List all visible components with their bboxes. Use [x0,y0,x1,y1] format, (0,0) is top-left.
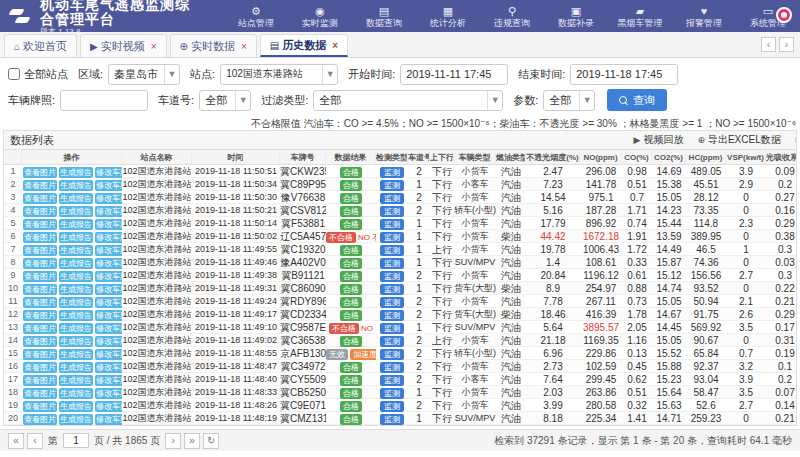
detect-type-button[interactable]: 监测 [380,388,404,399]
generate-report-button[interactable]: 生成报告 [59,362,93,373]
edit-plate-button[interactable]: 修改车牌 [95,401,122,412]
close-icon[interactable]: × [332,40,338,51]
edit-plate-button[interactable]: 修改车牌 [95,232,122,243]
edit-plate-button[interactable]: 修改车牌 [95,349,122,360]
edit-plate-button[interactable]: 修改车牌 [95,167,122,178]
view-image-button[interactable]: 查看图片 [23,388,57,399]
close-icon[interactable]: × [241,41,247,52]
filter-type-select[interactable]: 全部▼ [313,90,503,111]
edit-plate-button[interactable]: 修改车牌 [95,323,122,334]
view-image-button[interactable]: 查看图片 [23,180,57,191]
tabs-scroll-right-icon[interactable]: › [779,37,794,52]
nav-item-黑烟车管理[interactable]: ▰黑烟车管理 [608,5,672,28]
generate-report-button[interactable]: 生成报告 [59,284,93,295]
generate-report-button[interactable]: 生成报告 [59,180,93,191]
view-image-button[interactable]: 查看图片 [23,375,57,386]
view-image-button[interactable]: 查看图片 [23,284,57,295]
generate-report-button[interactable]: 生成报告 [59,375,93,386]
generate-report-button[interactable]: 生成报告 [59,219,93,230]
nav-item-违规查询[interactable]: ⚲违规查询 [480,5,544,28]
tab-实时数据[interactable]: ⊕实时数据× [170,34,257,57]
lane-select[interactable]: 全部▼ [199,90,251,111]
edit-plate-button[interactable]: 修改车牌 [95,297,122,308]
view-image-button[interactable]: 查看图片 [23,362,57,373]
view-image-button[interactable]: 查看图片 [23,232,57,243]
generate-report-button[interactable]: 生成报告 [59,349,93,360]
nav-item-报警管理[interactable]: ♥报警管理 [672,5,736,28]
region-select[interactable]: 秦皇岛市▼ [108,64,180,85]
edit-plate-button[interactable]: 修改车牌 [95,388,122,399]
nav-item-站点管理[interactable]: ⚙站点管理 [224,5,288,28]
view-image-button[interactable]: 查看图片 [23,167,57,178]
video-playback-button[interactable]: ▶ 视频回放 [633,133,683,147]
generate-report-button[interactable]: 生成报告 [59,193,93,204]
detect-type-button[interactable]: 监测 [380,414,404,425]
generate-report-button[interactable]: 生成报告 [59,388,93,399]
view-image-button[interactable]: 查看图片 [23,310,57,321]
first-page-button[interactable]: « [8,433,24,449]
view-image-button[interactable]: 查看图片 [23,414,57,425]
param-select[interactable]: 全部▼ [543,90,595,111]
view-image-button[interactable]: 查看图片 [23,271,57,282]
plate-input[interactable] [60,90,148,111]
generate-report-button[interactable]: 生成报告 [59,245,93,256]
edit-plate-button[interactable]: 修改车牌 [95,336,122,347]
view-image-button[interactable]: 查看图片 [23,258,57,269]
view-image-button[interactable]: 查看图片 [23,206,57,217]
nav-item-统计分析[interactable]: ▦统计分析 [416,5,480,28]
detect-type-button[interactable]: 监测 [380,258,404,269]
generate-report-button[interactable]: 生成报告 [59,232,93,243]
detect-type-button[interactable]: 监测 [380,245,404,256]
detect-type-button[interactable]: 监测 [380,232,404,243]
last-page-button[interactable]: » [184,433,200,449]
nav-item-数据补录[interactable]: ▣数据补录 [544,5,608,28]
detect-type-button[interactable]: 监测 [380,271,404,282]
view-image-button[interactable]: 查看图片 [23,349,57,360]
edit-plate-button[interactable]: 修改车牌 [95,180,122,191]
generate-report-button[interactable]: 生成报告 [59,297,93,308]
edit-plate-button[interactable]: 修改车牌 [95,362,122,373]
detect-type-button[interactable]: 监测 [380,336,404,347]
edit-plate-button[interactable]: 修改车牌 [95,310,122,321]
view-image-button[interactable]: 查看图片 [23,401,57,412]
detect-type-button[interactable]: 监测 [380,219,404,230]
edit-plate-button[interactable]: 修改车牌 [95,414,122,425]
page-number-input[interactable] [63,433,89,448]
generate-report-button[interactable]: 生成报告 [59,414,93,425]
close-icon[interactable]: × [151,41,157,52]
edit-plate-button[interactable]: 修改车牌 [95,271,122,282]
nav-item-数据查询[interactable]: ▤数据查询 [352,5,416,28]
query-button[interactable]: 查询 [607,89,667,111]
view-image-button[interactable]: 查看图片 [23,323,57,334]
view-image-button[interactable]: 查看图片 [23,193,57,204]
detect-type-button[interactable]: 监测 [380,323,404,334]
generate-report-button[interactable]: 生成报告 [59,167,93,178]
generate-report-button[interactable]: 生成报告 [59,271,93,282]
generate-report-button[interactable]: 生成报告 [59,206,93,217]
detect-type-button[interactable]: 监测 [380,310,404,321]
detect-type-button[interactable]: 监测 [380,284,404,295]
detect-type-button[interactable]: 监测 [380,180,404,191]
edit-plate-button[interactable]: 修改车牌 [95,219,122,230]
generate-report-button[interactable]: 生成报告 [59,323,93,334]
tabs-scroll-left-icon[interactable]: ‹ [761,37,776,52]
generate-report-button[interactable]: 生成报告 [59,336,93,347]
detect-type-button[interactable]: 监测 [380,349,404,360]
refresh-icon[interactable]: ↻ [203,433,219,449]
edit-plate-button[interactable]: 修改车牌 [95,245,122,256]
detect-type-button[interactable]: 监测 [380,167,404,178]
detect-type-button[interactable]: 监测 [380,193,404,204]
export-button[interactable]: ⊕ 导出EXCEL数据 [697,133,780,147]
end-time-input[interactable] [570,64,678,85]
tab-实时视频[interactable]: ▶实时视频× [80,34,167,57]
station-select[interactable]: 102国道东港路站▼ [220,64,338,85]
more-button[interactable]: ≡ [795,135,797,145]
location-pin-icon[interactable] [776,7,792,23]
view-image-button[interactable]: 查看图片 [23,336,57,347]
detect-type-button[interactable]: 监测 [380,375,404,386]
tab-欢迎首页[interactable]: ⌂欢迎首页 [4,34,77,57]
edit-plate-button[interactable]: 修改车牌 [95,375,122,386]
view-image-button[interactable]: 查看图片 [23,245,57,256]
generate-report-button[interactable]: 生成报告 [59,401,93,412]
edit-plate-button[interactable]: 修改车牌 [95,258,122,269]
